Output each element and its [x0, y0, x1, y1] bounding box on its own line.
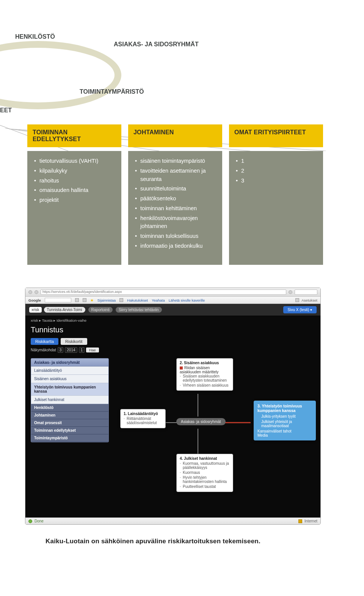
- app-tab[interactable]: xrisk: [29, 307, 42, 313]
- label-eet: EET: [0, 107, 12, 114]
- list-item: päätöksenteko: [135, 195, 215, 203]
- app-dark: xrisk Tunnista-Arvioi-Toimi Raportointi …: [25, 304, 320, 517]
- app-topbar: xrisk Tunnista-Arvioi-Toimi Raportointi …: [25, 304, 320, 316]
- toolbox-link[interactable]: Lähetä sivulle kaverille: [169, 298, 205, 302]
- col-header-omat-erityispiirteet: OMAT ERITYISPIIRTEET: [229, 124, 323, 147]
- bluecard-line: Kansainväliset tahot: [257, 429, 312, 433]
- subtab-riskikartta[interactable]: Riskikartta: [31, 338, 58, 345]
- status-bar: Done Internet: [25, 517, 320, 524]
- node-item: Kuormaa, vastuuttomuus ja päällekkäisyys: [180, 461, 230, 470]
- breadcrumb: xrisk ▸ Tausta ▸ Identifikation-vaihe: [25, 316, 320, 325]
- date-label: Näkymäkohdat: [31, 348, 56, 352]
- node-title: 4. Julkiset hankinnat: [180, 456, 230, 461]
- node-title: 1. Lainsäädäntötyö: [124, 412, 162, 416]
- app-tab[interactable]: Raportointi: [88, 307, 113, 313]
- settings-label[interactable]: Asetukset: [301, 298, 317, 302]
- app-user-menu[interactable]: Sivu X (testi) ▾: [283, 306, 317, 313]
- subtabs: Riskikartta Riskikortit: [25, 338, 320, 347]
- search-field[interactable]: [295, 289, 317, 295]
- list-item: kilpailukyky: [34, 167, 115, 175]
- zone-label: Internet: [304, 519, 317, 523]
- list-item: tietoturvallisuus (VAHTI): [34, 157, 115, 165]
- list-item: projektit: [34, 196, 115, 204]
- node-sisainen-asiakkuus[interactable]: 2. Sisäinen asiakkuus Riidan sisäisen as…: [176, 358, 233, 391]
- col-body-johtaminen: sisäinen toimintaympäristö tavoitteiden …: [128, 151, 222, 265]
- col-body-toiminnan-edellytykset: tietoturvallisuus (VAHTI) kilpailukyky r…: [27, 151, 121, 265]
- node-item: Sisäisen asiakkuuden edellytysten toteut…: [180, 374, 230, 382]
- status-dot-icon: [28, 519, 32, 523]
- date-day[interactable]: 1: [79, 347, 85, 353]
- browser-toolbar: https://services.vtt.fi/default/pages/id…: [25, 288, 320, 297]
- list-item: 3: [236, 177, 316, 185]
- list-item: tavoitteiden asettaminen ja seuranta: [135, 167, 215, 184]
- google-search-input[interactable]: [45, 298, 71, 302]
- date-apply-button[interactable]: Hae: [86, 348, 99, 352]
- toolbox-icon[interactable]: [119, 298, 123, 302]
- google-label: Google: [28, 298, 41, 302]
- list-item: toiminnan tuloksellisuus: [135, 232, 215, 241]
- nav-forward-icon[interactable]: [35, 290, 38, 294]
- node-yhteistyo-kumppanit[interactable]: 3. Yhteistyön toimivuus kumppanien kanss…: [254, 401, 316, 440]
- settings-icon[interactable]: [295, 298, 299, 302]
- columns-wrap: TOIMINNAN EDELLYTYKSET JOHTAMINEN OMAT E…: [0, 124, 346, 265]
- list-item: toiminnan kehittäminen: [135, 204, 215, 213]
- nav-back-icon[interactable]: [28, 290, 32, 294]
- node-item: Puutteelliset taustat: [180, 484, 230, 489]
- subtab-riskikortit[interactable]: Riskikortit: [61, 338, 87, 345]
- node-item: Riidan sisäisen asiakkuuden määrittely: [180, 366, 218, 374]
- embedded-screenshot: https://services.vtt.fi/default/pages/id…: [25, 288, 321, 525]
- node-title: 2. Sisäinen asiakkuus: [180, 361, 230, 365]
- date-year[interactable]: 2014: [65, 347, 77, 353]
- node-item: Virheen sisäisen asiakkuus: [180, 383, 230, 387]
- node-item: Hyvin tehtyjen hankintakierrosten hallin…: [180, 475, 230, 484]
- toolbox-link[interactable]: Hakutulokset: [127, 298, 148, 302]
- node-item: Riittämättömät säädösvalmistelut: [124, 417, 162, 425]
- list-item: informaatio ja tiedonkulku: [135, 242, 215, 250]
- caption: Kaiku-Luotain on sähköinen apuväline ris…: [46, 538, 346, 545]
- toolbox-icon[interactable]: [83, 298, 86, 302]
- date-bar: Näkymäkohdat 3 2014 1 Hae: [25, 347, 320, 356]
- list-item: rahoitus: [34, 177, 115, 185]
- toolbox-link[interactable]: Sijainnistaa: [97, 298, 116, 302]
- reload-icon[interactable]: [289, 290, 292, 294]
- col-header-johtaminen: JOHTAMINEN: [128, 124, 222, 147]
- list-item: 2: [236, 167, 316, 175]
- date-month[interactable]: 3: [58, 347, 64, 353]
- bluecard-line: Julkis-yrityksen tyylit: [257, 414, 312, 418]
- toolbox-link[interactable]: Yeahata: [152, 298, 165, 302]
- bluecard-title: 3. Yhteistyön toimivuus kumppanien kanss…: [257, 404, 312, 413]
- status-text: Done: [35, 519, 44, 523]
- node-julkiset-hankinnat[interactable]: 4. Julkiset hankinnat Kuormaa, vastuutto…: [176, 454, 233, 492]
- col-body-omat-erityispiirteet: 1 2 3: [229, 151, 323, 265]
- address-bar[interactable]: https://services.vtt.fi/default/pages/id…: [41, 289, 286, 295]
- bluecard-line: Media: [257, 433, 312, 437]
- star-icon[interactable]: ★: [90, 298, 94, 302]
- col-header-toiminnan-edellytykset: TOIMINNAN EDELLYTYKSET: [27, 124, 121, 147]
- workspace: Asiakas- ja sidosryhmät Lainsäädäntötyö …: [25, 356, 320, 511]
- list-item: 1: [236, 157, 316, 165]
- top-diagram-region: HENKILÖSTÖ ASIAKAS- JA SIDOSRYHMÄT TOIMI…: [0, 14, 346, 102]
- page-title: Tunnistus: [25, 325, 320, 338]
- list-item: sisäinen toimintaympäristö: [135, 157, 215, 165]
- list-item: henkilöstövoimavarojen johtaminen: [135, 214, 215, 231]
- red-flag-icon: [180, 366, 183, 370]
- list-item: suunnittelutoiminta: [135, 185, 215, 193]
- node-lainsaadantotyo[interactable]: 1. Lainsäädäntötyö Riittämättömät säädös…: [120, 409, 166, 428]
- node-item: Kuormaus: [180, 470, 230, 475]
- app-tab[interactable]: Tunnista-Arvioi-Toimi: [44, 307, 85, 313]
- list-item: omaisuuden hallinta: [34, 186, 115, 195]
- bluecard-line: Julkiset yhteisöt ja maailmansotiaat: [257, 420, 312, 428]
- center-pill[interactable]: Asiakas- ja sidosryhmät: [176, 418, 226, 425]
- toolbox-icon[interactable]: [75, 298, 79, 302]
- browser-toolbox: Google ★ Sijainnistaa Hakutulokset Yeaha…: [25, 297, 320, 304]
- app-tab[interactable]: Siirry tehtäväsi tehtäviin: [116, 307, 162, 313]
- zone-icon: [298, 519, 302, 523]
